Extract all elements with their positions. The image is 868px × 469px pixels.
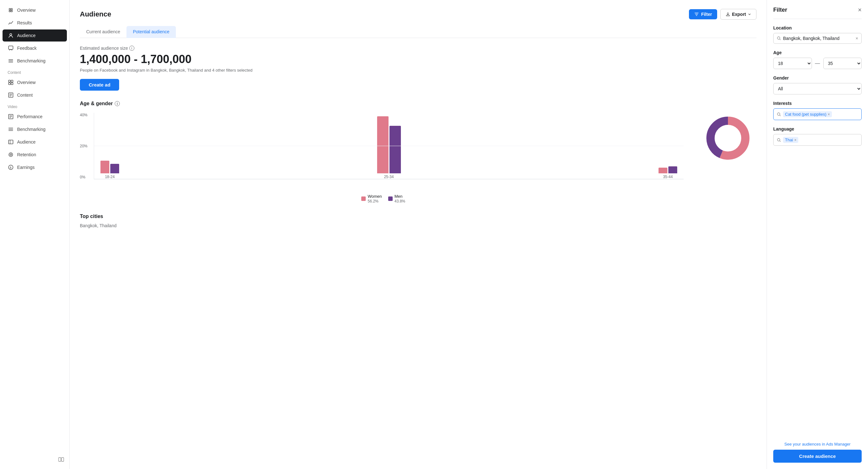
bar-group-25-34: 25-34 xyxy=(377,116,401,179)
sidebar-item-performance-label: Performance xyxy=(17,114,42,119)
see-audiences-link[interactable]: See your audiences in Ads Manager xyxy=(784,442,850,446)
interest-tag-catfood-remove[interactable]: × xyxy=(828,112,830,117)
bar-group-35-44: 35-44 xyxy=(658,166,677,179)
page-header: Audience Filter Export xyxy=(80,9,756,20)
svg-rect-30 xyxy=(59,458,61,461)
sidebar-item-earnings[interactable]: $ Earnings xyxy=(3,161,67,173)
filter-language-section: Language Thai × xyxy=(773,126,862,146)
filter-panel: Filter × Location Bangkok, Bangkok, Thai… xyxy=(767,0,868,469)
content-section-label: Content xyxy=(0,67,69,76)
svg-rect-31 xyxy=(61,458,64,461)
age-max-select[interactable]: 35 17 24 34 44 54 64 65+ xyxy=(823,58,862,69)
filter-close-button[interactable]: × xyxy=(858,6,862,13)
svg-rect-5 xyxy=(8,46,13,50)
svg-point-4 xyxy=(10,34,12,35)
audience-tabs: Current audience Potential audience xyxy=(80,26,756,38)
chart-legend: Women 56.2% Men 43.8% xyxy=(80,194,687,204)
bar-women-18-24 xyxy=(100,161,109,173)
filter-language-input-wrap[interactable]: Thai × xyxy=(773,134,862,146)
svg-point-0 xyxy=(9,8,11,10)
donut-chart-container xyxy=(700,113,756,163)
sidebar-item-overview-label: Overview xyxy=(17,8,35,13)
svg-point-27 xyxy=(10,154,12,156)
sidebar-item-content-overview-label: Overview xyxy=(17,80,35,85)
bar-women-35-44 xyxy=(658,168,668,173)
bar-chart-inner: 18-24 25-34 xyxy=(94,113,684,179)
bar-chart-container: 40% 20% 0% 18-24 xyxy=(80,113,687,204)
filter-footer: See your audiences in Ads Manager Create… xyxy=(773,442,862,463)
filter-location-value: Bangkok, Bangkok, Thailand xyxy=(783,36,839,41)
svg-line-41 xyxy=(780,115,780,116)
sidebar-bottom xyxy=(0,454,69,465)
overview-icon xyxy=(8,7,14,13)
sidebar-collapse-icon[interactable] xyxy=(58,456,64,463)
video-section-label: Video xyxy=(0,101,69,110)
tab-current-audience[interactable]: Current audience xyxy=(80,26,126,38)
language-tag-thai-remove[interactable]: × xyxy=(794,138,796,142)
create-ad-button[interactable]: Create ad xyxy=(80,79,119,91)
filter-icon xyxy=(694,12,699,17)
sidebar-item-retention[interactable]: Retention xyxy=(3,149,67,161)
tab-potential-audience[interactable]: Potential audience xyxy=(126,26,176,38)
grid-line-0 xyxy=(94,179,684,179)
filter-location-input-wrap[interactable]: Bangkok, Bangkok, Thailand × xyxy=(773,33,862,44)
export-button[interactable]: Export xyxy=(720,9,756,20)
sidebar-item-earnings-label: Earnings xyxy=(17,165,35,170)
interests-input[interactable] xyxy=(833,112,858,117)
filter-interests-input-wrap[interactable]: Cat food (pet supplies) × xyxy=(773,108,862,120)
svg-point-38 xyxy=(777,37,780,39)
sidebar-item-video-audience-label: Audience xyxy=(17,139,35,145)
legend-dot-women xyxy=(361,196,366,201)
performance-icon xyxy=(8,114,14,120)
filter-gender-label: Gender xyxy=(773,75,862,81)
sidebar-item-content[interactable]: Content xyxy=(3,89,67,101)
bar-chart: 40% 20% 0% 18-24 xyxy=(80,113,687,189)
filter-location-section: Location Bangkok, Bangkok, Thailand × xyxy=(773,25,862,44)
sidebar-item-overview[interactable]: Overview xyxy=(3,4,67,16)
estimated-desc: People on Facebook and Instagram in Bang… xyxy=(80,68,756,72)
top-cities-title: Top cities xyxy=(80,214,756,219)
estimated-range: 1,400,000 - 1,700,000 xyxy=(80,53,756,66)
top-city-1: Bangkok, Thailand xyxy=(80,222,756,229)
svg-point-42 xyxy=(777,138,780,141)
filter-button[interactable]: Filter xyxy=(689,9,717,19)
svg-text:$: $ xyxy=(10,166,11,169)
sidebar-item-feedback-label: Feedback xyxy=(17,45,36,51)
sidebar-item-feedback[interactable]: Feedback xyxy=(3,42,67,54)
donut-chart xyxy=(703,113,753,163)
filter-location-label: Location xyxy=(773,25,862,30)
video-benchmarking-icon xyxy=(8,126,14,132)
filter-gender-section: Gender All Women Men xyxy=(773,75,862,94)
sidebar-item-content-label: Content xyxy=(17,93,33,98)
legend-men-label: Men xyxy=(395,194,402,199)
legend-men: Men 43.8% xyxy=(388,194,405,204)
sidebar-item-video-audience[interactable]: Audience xyxy=(3,136,67,148)
main-content: Audience Filter Export xyxy=(70,0,767,469)
filter-age-label: Age xyxy=(773,50,862,55)
grid-line-20 xyxy=(94,146,684,146)
sidebar-item-results[interactable]: Results xyxy=(3,17,67,29)
create-audience-button[interactable]: Create audience xyxy=(773,450,862,463)
sidebar-item-audience[interactable]: Audience xyxy=(3,29,67,41)
language-tag-thai: Thai × xyxy=(783,137,798,143)
estimated-label: Estimated audience size i xyxy=(80,45,756,51)
filter-location-remove[interactable]: × xyxy=(856,36,858,41)
filter-age-section: Age 18 13 21 25 35 45 55 65 — 35 17 24 3… xyxy=(773,50,862,69)
feedback-icon xyxy=(8,45,14,51)
sidebar-item-benchmarking-top[interactable]: Benchmarking xyxy=(3,55,67,67)
sidebar-item-video-benchmarking[interactable]: Benchmarking xyxy=(3,123,67,135)
content-overview-icon xyxy=(8,79,14,86)
filter-gender-select[interactable]: All Women Men xyxy=(773,83,862,94)
svg-point-1 xyxy=(11,8,13,10)
sidebar-item-audience-label: Audience xyxy=(17,33,35,38)
age-row: 18 13 21 25 35 45 55 65 — 35 17 24 34 44… xyxy=(773,58,862,69)
legend-women-pct: 56.2% xyxy=(368,199,378,204)
bar-women-25-34 xyxy=(377,116,389,173)
age-min-select[interactable]: 18 13 21 25 35 45 55 65 xyxy=(773,58,812,69)
filter-language-label: Language xyxy=(773,126,862,131)
legend-women: Women 56.2% xyxy=(361,194,382,204)
sidebar-item-content-overview[interactable]: Overview xyxy=(3,76,67,88)
svg-point-40 xyxy=(777,113,780,115)
sidebar-item-performance[interactable]: Performance xyxy=(3,111,67,123)
export-icon xyxy=(726,12,730,17)
